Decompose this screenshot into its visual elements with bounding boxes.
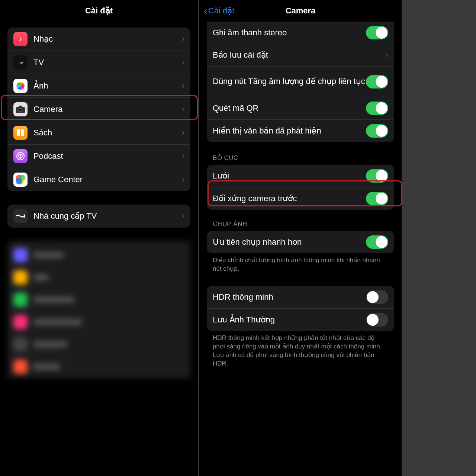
settings-row-photos[interactable]: Ảnh › [7,74,190,98]
toggle-stereo[interactable] [366,26,388,39]
row-label: Đối xứng camera trước [213,193,366,204]
row-label: Bảo lưu cài đặt [213,50,383,61]
row-label: Quét mã QR [213,103,366,114]
row-volume-burst[interactable]: Dùng nút Tăng âm lượng để chụp liên tục [207,67,394,97]
row-label: Lưới [213,171,366,181]
row-label: HDR thông minh [213,292,366,303]
svg-point-7 [17,83,21,86]
music-icon: ♪ [13,32,28,46]
row-prioritize-faster[interactable]: Ưu tiên chụp nhanh hơn [207,231,394,253]
row-label: Ảnh [33,81,179,91]
svg-point-11 [19,109,22,112]
settings-row-gamecenter[interactable]: Game Center › [7,168,190,191]
chevron-right-icon: › [182,175,184,184]
row-scan-qr[interactable]: Quét mã QR [207,97,394,120]
row-label: Dùng nút Tăng âm lượng để chụp liên tục [213,76,366,87]
settings-row-books[interactable]: Sách › [7,121,190,145]
toggle-mirror-front[interactable] [366,192,388,205]
chevron-right-icon: › [182,58,184,67]
svg-point-18 [16,178,22,184]
row-label: Lưu Ảnh Thường [213,315,366,325]
section-capture-title: CHỤP ẢNH [207,220,394,231]
books-icon [13,126,28,140]
chevron-right-icon: › [182,211,184,221]
blurred-section [7,241,190,378]
back-button[interactable]: ‹ Cài đặt [204,0,234,22]
row-smart-hdr[interactable]: HDR thông minh [207,286,394,309]
camera-title: Camera [286,6,316,16]
hdr-footer: HDR thông minh kết hợp những phần tốt nh… [207,331,394,368]
settings-row-tv[interactable]: tv TV › [7,51,190,74]
toggle-scan-qr[interactable] [366,102,388,115]
row-preserve-settings[interactable]: Bảo lưu cài đặt › [207,44,394,67]
toggle-keep-normal[interactable] [366,313,388,327]
tv-icon: tv [13,55,28,70]
chevron-right-icon: › [386,51,388,60]
svg-point-14 [20,155,21,156]
row-keep-normal[interactable]: Lưu Ảnh Thường [207,309,394,331]
row-label: TV [33,57,179,68]
row-label: Sách [33,128,179,138]
settings-row-camera[interactable]: Camera › [7,98,190,121]
gamecenter-icon [13,173,28,187]
row-label: Camera [33,104,179,115]
row-label: Ưu tiên chụp nhanh hơn [213,237,366,248]
chevron-right-icon: › [182,81,184,91]
back-label: Cài đặt [208,6,234,16]
row-label: Nhà cung cấp TV [33,211,179,222]
toggle-prioritize-faster[interactable] [366,235,388,249]
chevron-right-icon: › [182,34,184,44]
toggle-grid[interactable] [366,169,388,183]
section-layout-title: BỐ CỤC [207,154,394,165]
podcast-icon [13,149,28,163]
chevron-right-icon: › [182,151,184,161]
settings-title: Cài đặt [85,6,113,16]
capture-footer: Điều chỉnh chất lượng hình ảnh thông min… [207,253,394,273]
row-label: Podcast [33,151,179,162]
settings-row-podcast[interactable]: Podcast › [7,145,190,168]
toggle-smart-hdr[interactable] [366,290,388,304]
row-label: Ghi âm thanh stereo [213,28,366,38]
settings-row-music[interactable]: ♪ Nhạc › [7,28,190,51]
row-grid[interactable]: Lưới [207,165,394,187]
chevron-left-icon: ‹ [204,5,208,16]
settings-row-tvprovider[interactable]: Nhà cung cấp TV › [7,205,190,228]
svg-rect-9 [19,106,22,108]
row-mirror-front[interactable]: Đối xứng camera trước [207,187,394,210]
row-label: Hiển thị văn bản đã phát hiện [213,126,366,136]
toggle-volume-burst[interactable] [366,75,388,89]
toggle-detected-text[interactable] [366,124,388,138]
camera-icon [13,102,28,116]
row-stereo-audio[interactable]: Ghi âm thanh stereo [207,22,394,44]
tvprovider-icon [13,209,28,223]
row-label: Game Center [33,174,179,185]
photos-icon [13,79,28,93]
row-detected-text[interactable]: Hiển thị văn bản đã phát hiện [207,120,394,142]
row-label: Nhạc [33,34,179,45]
chevron-right-icon: › [182,104,184,114]
chevron-right-icon: › [182,128,184,138]
